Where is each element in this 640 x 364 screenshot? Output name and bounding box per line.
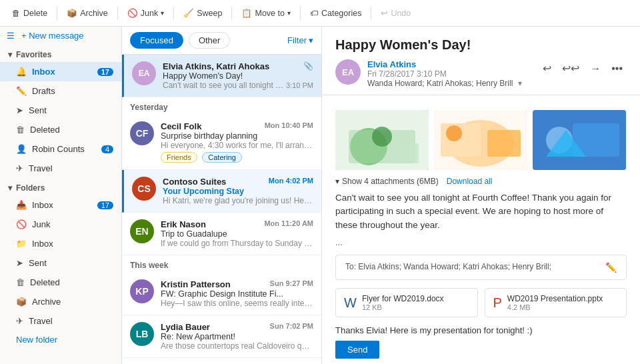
email-sender: Erik Nason Mon 11:20 AM xyxy=(161,219,313,229)
email-time: Mon 4:02 PM xyxy=(269,177,313,187)
sidebar-item-travel[interactable]: ✈ Travel xyxy=(0,159,121,178)
sidebar-item-folders-travel[interactable]: ✈ Travel xyxy=(0,311,121,331)
email-content: Erik Nason Mon 11:20 AM Trip to Guadalup… xyxy=(161,219,313,248)
reply-button[interactable]: ↩ xyxy=(539,59,555,77)
to-dropdown-icon[interactable]: ▾ xyxy=(518,79,522,88)
new-folder-link[interactable]: New folder xyxy=(0,331,121,349)
reading-body-text: Can't wait to see you all tonight at Fou… xyxy=(335,191,627,232)
sidebar-inbox-label: Inbox xyxy=(32,67,97,77)
email-content: Lydia Bauer Sun 7:02 PM Re: New Apartmen… xyxy=(161,322,313,351)
separator xyxy=(173,7,174,20)
download-all-button[interactable]: Download all xyxy=(447,177,493,186)
sidebar-item-inbox[interactable]: 🔔 Inbox 17 xyxy=(0,62,121,81)
inbox-icon: 🔔 xyxy=(16,67,27,77)
email-preview: Hi Katri, we're glad you're joining us! … xyxy=(163,196,313,205)
svg-rect-7 xyxy=(441,123,481,157)
tag-catering: Catering xyxy=(202,152,242,163)
sidebar-item-folders-deleted[interactable]: 🗑 Deleted xyxy=(0,273,121,292)
yesterday-label: Yesterday xyxy=(122,97,321,115)
sidebar-item-robin[interactable]: 👤 Robin Counts 4 xyxy=(0,139,121,159)
forward-button[interactable]: → xyxy=(586,60,605,77)
reading-meta: EA Elvia Atkins Fri 7/28/2017 3:10 PM Wa… xyxy=(335,59,627,88)
sidebar-folders-inbox2-label: Inbox xyxy=(32,239,113,249)
folders-inbox-badge: 17 xyxy=(97,201,113,209)
tag-friends: Friends xyxy=(161,152,197,163)
deleted-icon: 🗑 xyxy=(16,125,25,135)
inbox-badge: 17 xyxy=(97,68,113,76)
attachments-info: ▾ Show 4 attachments (6MB) Download all xyxy=(335,177,627,186)
email-item-selected[interactable]: EA Elvia Atkins, Katri Ahokas 📎 Happy Wo… xyxy=(122,55,321,97)
filter-button[interactable]: Filter ▾ xyxy=(287,35,313,45)
junk-button[interactable]: 🚫 Junk ▾ xyxy=(122,5,169,21)
list-item[interactable]: EN Erik Nason Mon 11:20 AM Trip to Guada… xyxy=(122,213,321,255)
sweep-button[interactable]: 🧹 Sweep xyxy=(178,5,227,21)
sidebar-deleted-label: Deleted xyxy=(30,125,113,135)
avatar: LB xyxy=(130,322,154,346)
toolbar: 🗑 Delete 📦 Archive 🚫 Junk ▾ 🧹 Sweep 📋 Mo… xyxy=(0,0,640,27)
avatar: CF xyxy=(130,121,154,145)
reading-body: ▾ Show 4 attachments (6MB) Download all … xyxy=(322,95,640,255)
more-actions-button[interactable]: ••• xyxy=(607,60,627,77)
favorites-header[interactable]: ▾ Favorites xyxy=(0,45,121,62)
sidebar-item-sent[interactable]: ➤ Sent xyxy=(0,101,121,120)
sidebar-item-folders-inbox2[interactable]: 📁 Inbox xyxy=(0,234,121,253)
bottom-reply-area: Thanks Elvia! Here is my presentation fo… xyxy=(322,325,640,364)
list-item[interactable]: KP Kristin Patterson Sun 9:27 PM FW: Gra… xyxy=(122,273,321,315)
delete-icon: 🗑 xyxy=(12,9,21,18)
this-week-label: This week xyxy=(122,255,321,273)
sidebar-item-folders-sent[interactable]: ➤ Sent xyxy=(0,253,121,273)
other-tab[interactable]: Other xyxy=(189,32,231,49)
email-preview: Can't wait to see you all tonight at Fou… xyxy=(163,81,286,90)
sidebar: ☰ + New message ▾ Favorites 🔔 Inbox 17 ✏… xyxy=(0,27,122,364)
more-button[interactable]: ... xyxy=(335,237,627,247)
undo-button[interactable]: ↩ Undo xyxy=(375,5,416,21)
file-2-info: WD2019 Presentation.pptx 4.2 MB xyxy=(507,294,603,311)
email-time: 3:10 PM xyxy=(286,81,313,89)
reply-box[interactable]: To: Elvia Atkins; Wanda Howard; Katri Ah… xyxy=(335,255,627,280)
focused-tab[interactable]: Focused xyxy=(130,32,183,49)
sidebar-travel-label: Travel xyxy=(29,163,113,173)
sidebar-item-folders-inbox[interactable]: 📥 Inbox 17 xyxy=(0,195,121,215)
thumb-image-2 xyxy=(434,110,527,170)
attachment-toggle-icon: ▾ xyxy=(335,177,339,186)
separator xyxy=(371,7,371,20)
sidebar-archive-label: Archive xyxy=(32,297,113,307)
categories-button[interactable]: 🏷 Categories xyxy=(305,6,367,21)
email-sender: Contoso Suites Mon 4:02 PM xyxy=(163,177,313,187)
hamburger-icon[interactable]: ☰ xyxy=(7,31,15,41)
undo-icon: ↩ xyxy=(381,8,388,18)
list-item[interactable]: LB Lydia Bauer Sun 7:02 PM Re: New Apart… xyxy=(122,315,321,358)
file-attachment-2[interactable]: P WD2019 Presentation.pptx 4.2 MB xyxy=(485,288,627,317)
list-item[interactable]: CF Cecil Folk Mon 10:40 PM Surprise birt… xyxy=(122,115,321,170)
sidebar-item-deleted[interactable]: 🗑 Deleted xyxy=(0,120,121,139)
archive-button[interactable]: 📦 Archive xyxy=(61,5,113,21)
reply-all-button[interactable]: ↩↩ xyxy=(558,59,583,77)
reading-title: Happy Women's Day! xyxy=(335,37,627,53)
archive-icon: 📦 xyxy=(67,8,77,18)
main-layout: ☰ + New message ▾ Favorites 🔔 Inbox 17 ✏… xyxy=(0,27,640,364)
folders-header[interactable]: ▾ Folders xyxy=(0,178,121,195)
sidebar-item-drafts[interactable]: ✏️ Drafts xyxy=(0,81,121,101)
attachment-thumb-3 xyxy=(533,110,626,170)
sidebar-item-junk[interactable]: 🚫 Junk xyxy=(0,215,121,234)
show-attachments-button[interactable]: ▾ Show 4 attachments (6MB) xyxy=(335,177,439,186)
delete-button[interactable]: 🗑 Delete xyxy=(7,6,53,21)
sender-avatar: EA xyxy=(335,59,361,85)
svg-point-3 xyxy=(372,127,392,147)
email-tags: Friends Catering xyxy=(161,150,313,163)
email-list: EA Elvia Atkins, Katri Ahokas 📎 Happy Wo… xyxy=(122,55,321,364)
email-subject: Surprise birthday planning xyxy=(161,131,313,141)
move-to-button[interactable]: 📋 Move to ▾ xyxy=(236,5,295,21)
send-button[interactable]: Send xyxy=(335,341,379,359)
reading-date: Fri 7/28/2017 3:10 PM xyxy=(367,69,532,79)
reading-actions: ↩ ↩↩ → ••• xyxy=(539,59,627,77)
sidebar-item-archive[interactable]: 📦 Archive xyxy=(0,292,121,311)
list-item[interactable]: CS Contoso Suites Mon 4:02 PM Your Upcom… xyxy=(122,170,321,213)
sidebar-folders-sent-label: Sent xyxy=(29,258,113,268)
file-attachment-1[interactable]: W Flyer for WD2019.docx 12 KB xyxy=(335,288,478,317)
reply-edit-button[interactable]: ✏️ xyxy=(605,262,617,273)
new-message-button[interactable]: ☰ + New message xyxy=(0,27,121,45)
sidebar-junk-label: Junk xyxy=(32,219,113,229)
email-time: Sun 9:27 PM xyxy=(270,279,313,289)
sidebar-folders-deleted-label: Deleted xyxy=(30,277,113,287)
